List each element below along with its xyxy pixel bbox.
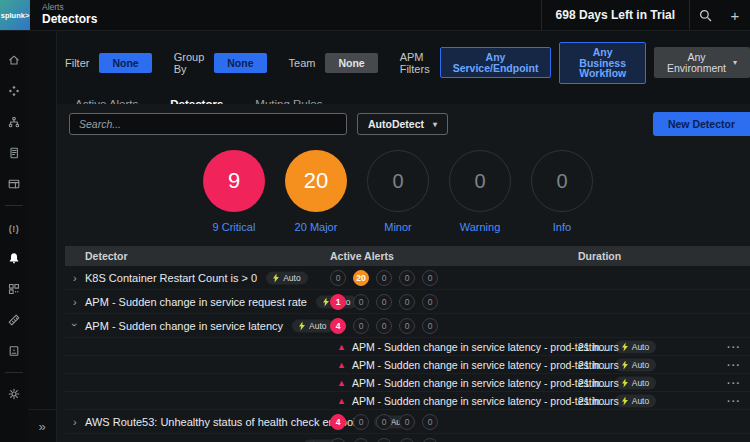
- groupby-label: Group By: [174, 51, 205, 75]
- count-badge-none[interactable]: 0: [376, 318, 392, 334]
- count-badge-none[interactable]: 0: [422, 294, 438, 310]
- alert-counts: 40000: [330, 318, 438, 334]
- detector-title-group: APM - Sudden change in service request r…: [85, 295, 357, 308]
- count-badge-none[interactable]: 0: [422, 438, 438, 442]
- autodetect-dropdown[interactable]: AutoDetect ▾: [357, 113, 448, 135]
- detector-row[interactable]: ›APM - Sudden change in service request …: [65, 290, 750, 314]
- sidebar-item-alerts[interactable]: [2, 246, 26, 270]
- count-badge-none[interactable]: 0: [399, 270, 415, 286]
- severity-label[interactable]: Minor: [357, 221, 439, 233]
- count-badge-none[interactable]: 0: [330, 270, 346, 286]
- more-options-icon[interactable]: ···: [727, 341, 741, 352]
- chevron-collapsed-icon[interactable]: ›: [73, 272, 77, 283]
- count-badge-none[interactable]: 0: [422, 318, 438, 334]
- breadcrumb: Alerts Detectors: [42, 0, 97, 30]
- detector-row[interactable]: ›K8S Container Restart Count is > 0Auto0…: [65, 266, 750, 290]
- detector-row[interactable]: APM - Sudden change in service error rat…: [65, 434, 750, 442]
- nav-rail: (!): [0, 30, 28, 442]
- trial-days-badge: 698 Days Left in Trial: [541, 0, 690, 30]
- sidebar-item-apm-troubleshooting[interactable]: [2, 308, 26, 332]
- incidents-icon: (!): [9, 218, 20, 236]
- more-options-icon[interactable]: ···: [727, 359, 741, 370]
- expand-nav-button[interactable]: »: [28, 409, 56, 442]
- count-badge-none[interactable]: 0: [376, 270, 392, 286]
- detector-title-group: APM - Sudden change in service latencyAu…: [85, 319, 334, 332]
- detector-title-group: K8S Container Restart Count is > 0Auto: [85, 271, 308, 284]
- apm-troubleshooting-icon: [8, 314, 20, 326]
- log-observer-icon: [8, 147, 20, 159]
- count-badge-none[interactable]: 0: [353, 294, 369, 310]
- count-badge-none[interactable]: 0: [422, 414, 438, 430]
- alert-row[interactable]: ▲APM - Sudden change in service latency …: [65, 356, 750, 374]
- more-options-icon[interactable]: ···: [727, 377, 741, 388]
- more-options-icon[interactable]: ···: [727, 395, 741, 406]
- alert-row[interactable]: ▲APM - Sudden change in service latency …: [65, 338, 750, 356]
- environment-dropdown[interactable]: Any Environment ▾: [654, 47, 750, 78]
- chevron-collapsed-icon[interactable]: ›: [73, 416, 77, 427]
- add-icon[interactable]: +: [720, 0, 750, 30]
- splunk-logo[interactable]: splunk>: [0, 0, 30, 30]
- sidebar-item-metrics[interactable]: [2, 277, 26, 301]
- sidebar-item-data-management[interactable]: [2, 339, 26, 363]
- sidebar-item-home[interactable]: [2, 48, 26, 72]
- severity-label[interactable]: 9 Critical: [193, 221, 275, 233]
- detector-row[interactable]: ›AWS Route53: Unhealthy status of health…: [65, 410, 750, 434]
- count-badge-none[interactable]: 0: [353, 414, 369, 430]
- count-badge-none[interactable]: 0: [399, 318, 415, 334]
- sidebar-item-infrastructure[interactable]: [2, 110, 26, 134]
- severity-summary--critical[interactable]: 99 Critical: [193, 150, 275, 233]
- filter-bar: Filter None Group By None Team None APM …: [65, 42, 750, 84]
- chevron-collapsed-icon[interactable]: ›: [73, 296, 77, 307]
- severity-label[interactable]: Warning: [439, 221, 521, 233]
- alert-row[interactable]: ▲APM - Sudden change in service latency …: [65, 374, 750, 392]
- count-badge-none[interactable]: 0: [422, 270, 438, 286]
- autodetect-label: AutoDetect: [368, 118, 424, 130]
- lightning-bolt-icon: [273, 273, 279, 282]
- severity-summary-warning[interactable]: 0Warning: [439, 150, 521, 233]
- severity-label[interactable]: 20 Major: [275, 221, 357, 233]
- lightning-bolt-icon: [299, 321, 305, 330]
- sidebar-item-dashboards[interactable]: [2, 172, 26, 196]
- alert-title: APM - Sudden change in service latency -…: [352, 377, 609, 389]
- sidebar-item-settings[interactable]: [2, 382, 26, 406]
- apm-icon: [8, 85, 20, 97]
- chevron-expanded-icon[interactable]: ›: [69, 323, 80, 327]
- detector-row[interactable]: ›APM - Sudden change in service latencyA…: [65, 314, 750, 338]
- count-badge-critical[interactable]: 1: [330, 294, 346, 310]
- detectors-table: Detector Active Alerts Duration ›K8S Con…: [65, 246, 750, 442]
- severity-summary--major[interactable]: 2020 Major: [275, 150, 357, 233]
- count-badge-none[interactable]: 0: [399, 438, 415, 442]
- count-badge-none[interactable]: 0: [376, 414, 392, 430]
- settings-icon: [8, 388, 20, 400]
- sidebar-item-log-observer[interactable]: [2, 141, 26, 165]
- count-badge-critical[interactable]: 4: [330, 318, 346, 334]
- severity-summary-info[interactable]: 0Info: [521, 150, 603, 233]
- count-badge-none[interactable]: 0: [376, 438, 392, 442]
- sidebar-item-incidents[interactable]: (!): [2, 215, 26, 239]
- count-badge-none[interactable]: 0: [376, 294, 392, 310]
- service-endpoint-filter-button[interactable]: Any Service/Endpoint: [440, 47, 552, 78]
- team-none-button[interactable]: None: [325, 53, 377, 74]
- severity-label[interactable]: Info: [521, 221, 603, 233]
- count-badge-major[interactable]: 20: [353, 270, 369, 286]
- nav-divider: [5, 372, 23, 373]
- nav-divider: [5, 205, 23, 206]
- business-workflow-filter-button[interactable]: Any Business Workflow: [559, 42, 646, 84]
- search-icon[interactable]: [690, 0, 720, 30]
- count-badge-critical[interactable]: 4: [330, 414, 346, 430]
- search-input[interactable]: [69, 113, 347, 135]
- groupby-none-button[interactable]: None: [214, 53, 266, 74]
- count-badge-none[interactable]: 0: [353, 318, 369, 334]
- chevron-down-icon: ▾: [433, 120, 437, 129]
- sidebar-item-apm[interactable]: [2, 79, 26, 103]
- alert-row[interactable]: ▲APM - Sudden change in service latency …: [65, 392, 750, 410]
- count-badge-none[interactable]: 0: [330, 438, 346, 442]
- count-badge-none[interactable]: 0: [399, 294, 415, 310]
- severity-summary-minor[interactable]: 0Minor: [357, 150, 439, 233]
- filter-none-button[interactable]: None: [99, 53, 151, 74]
- count-badge-none[interactable]: 0: [353, 438, 369, 442]
- count-badge-none[interactable]: 0: [399, 414, 415, 430]
- apm-filters-label: APM Filters: [400, 51, 430, 75]
- severity-summary: 99 Critical2020 Major0Minor0Warning0Info: [193, 150, 605, 233]
- new-detector-button[interactable]: New Detector: [653, 112, 750, 136]
